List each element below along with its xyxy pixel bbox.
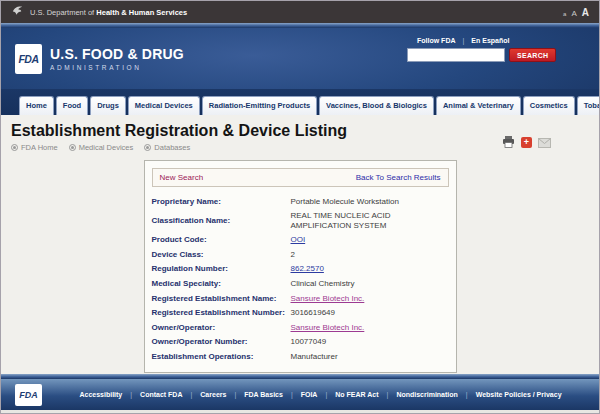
table-row-classification-name: Classification Name:REAL TIME NUCLEIC AC… xyxy=(152,209,451,233)
font-size-large-button[interactable]: A xyxy=(582,7,589,18)
header-search-button[interactable]: SEARCH xyxy=(509,48,556,62)
font-size-controls: a A A xyxy=(563,7,589,18)
footer-link-separator: | xyxy=(234,391,236,398)
breadcrumb-link-medical-devices[interactable]: Medical Devices xyxy=(69,143,134,152)
footer-link-separator: | xyxy=(466,391,468,398)
table-row-registered-establishment-name: Registered Establishment Name:Sansure Bi… xyxy=(152,291,451,306)
footer-link-careers[interactable]: Careers xyxy=(200,391,226,398)
table-row-medical-specialty: Medical Specialty:Clinical Chemistry xyxy=(152,277,451,292)
footer-link-no-fear-act[interactable]: No FEAR Act xyxy=(335,391,378,398)
device-detail-panel: New Search Back To Search Results Propri… xyxy=(144,160,457,373)
field-value: Sansure Biotech Inc. xyxy=(291,320,451,335)
footer-link-accessibility[interactable]: Accessibility xyxy=(79,391,122,398)
nav-tab-cosmetics[interactable]: Cosmetics xyxy=(523,96,575,115)
breadcrumb-bullet-icon xyxy=(11,144,18,151)
table-row-owner-operator-number: Owner/Operator Number:10077049 xyxy=(152,335,451,350)
breadcrumb-bullet-icon xyxy=(69,144,76,151)
hhs-department-label[interactable]: U.S. Department of Health & Human Servic… xyxy=(30,8,187,17)
back-to-results-link[interactable]: Back To Search Results xyxy=(356,173,441,182)
table-row-device-class: Device Class:2 xyxy=(152,247,451,262)
value-link-862-2570[interactable]: 862.2570 xyxy=(291,264,324,273)
new-search-link[interactable]: New Search xyxy=(160,173,204,182)
fda-wordmark: U.S. FOOD & DRUG ADMINISTRATION xyxy=(50,46,184,71)
device-detail-table: Proprietary Name:Portable Molecule Works… xyxy=(152,194,451,364)
footer-link-website-policies-privacy[interactable]: Website Policies / Privacy xyxy=(476,391,562,398)
footer-bar: FDA Accessibility|Contact FDA|Careers|FD… xyxy=(1,379,599,410)
footer-link-contact-fda[interactable]: Contact FDA xyxy=(140,391,182,398)
browser-page: U.S. Department of Health & Human Servic… xyxy=(0,0,600,414)
footer-link-separator: | xyxy=(387,391,389,398)
fda-header: FDA U.S. FOOD & DRUG ADMINISTRATION Foll… xyxy=(1,28,599,89)
value-link-sansure-biotech-inc[interactable]: Sansure Biotech Inc. xyxy=(291,294,365,303)
primary-nav: HomeFoodDrugsMedical DevicesRadiation-Em… xyxy=(1,89,599,115)
footer-link-foia[interactable]: FOIA xyxy=(301,391,318,398)
font-size-small-button[interactable]: a xyxy=(563,11,566,17)
results-toolbar: New Search Back To Search Results xyxy=(152,168,449,187)
fda-name-line1: U.S. FOOD & DRUG xyxy=(50,46,184,62)
header-utility-area: Follow FDA | En Español SEARCH xyxy=(407,37,559,62)
hhs-eagle-logo-icon xyxy=(11,3,24,21)
value-link-sansure-biotech-inc[interactable]: Sansure Biotech Inc. xyxy=(291,323,365,332)
table-row-registered-establishment-number: Registered Establishment Number:30166196… xyxy=(152,306,451,321)
field-value: 2 xyxy=(291,247,451,262)
footer-link-separator: | xyxy=(190,391,192,398)
field-label: Regulation Number: xyxy=(152,262,291,277)
field-label: Product Code: xyxy=(152,233,291,248)
field-value: 10077049 xyxy=(291,335,451,350)
print-icon[interactable] xyxy=(502,134,515,152)
breadcrumb-label: Medical Devices xyxy=(79,143,134,152)
field-label: Device Class: xyxy=(152,247,291,262)
table-row-owner-operator: Owner/Operator:Sansure Biotech Inc. xyxy=(152,320,451,335)
header-link-separator: | xyxy=(463,37,465,44)
breadcrumb-link-databases[interactable]: Databases xyxy=(144,143,190,152)
footer-link-separator: | xyxy=(325,391,327,398)
field-label: Registered Establishment Number: xyxy=(152,306,291,321)
email-icon[interactable] xyxy=(538,134,551,152)
breadcrumb-label: FDA Home xyxy=(21,143,58,152)
nav-tab-drugs[interactable]: Drugs xyxy=(90,96,126,115)
nav-tab-animal-veterinary[interactable]: Animal & Veterinary xyxy=(436,96,521,115)
header-search-input[interactable] xyxy=(407,48,505,62)
value-link-ooi[interactable]: OOI xyxy=(291,235,306,244)
field-value: Portable Molecule Workstation xyxy=(291,194,451,209)
footer-fda-logo[interactable]: FDA xyxy=(15,384,42,406)
nav-tab-tobacco-products[interactable]: Tobacco Products xyxy=(577,96,600,115)
field-value: 862.2570 xyxy=(291,262,451,277)
footer-link-nondiscrimination[interactable]: Nondiscrimination xyxy=(396,391,457,398)
share-icon[interactable]: + xyxy=(521,137,532,148)
footer-link-separator: | xyxy=(291,391,293,398)
table-row-product-code: Product Code:OOI xyxy=(152,233,451,248)
breadcrumb-label: Databases xyxy=(154,143,190,152)
nav-tab-radiation-emitting-products[interactable]: Radiation-Emitting Products xyxy=(202,96,317,115)
field-label: Classification Name: xyxy=(152,209,291,233)
field-label: Medical Specialty: xyxy=(152,277,291,292)
nav-tab-home[interactable]: Home xyxy=(19,96,54,115)
follow-fda-link[interactable]: Follow FDA xyxy=(417,37,456,44)
breadcrumb-link-fda-home[interactable]: FDA Home xyxy=(11,143,58,152)
footer-link-fda-basics[interactable]: FDA Basics xyxy=(244,391,283,398)
font-size-medium-button[interactable]: A xyxy=(571,9,576,18)
footer-links: Accessibility|Contact FDA|Careers|FDA Ba… xyxy=(42,391,599,398)
table-row-regulation-number: Regulation Number:862.2570 xyxy=(152,262,451,277)
table-row-proprietary-name: Proprietary Name:Portable Molecule Works… xyxy=(152,194,451,209)
field-label: Owner/Operator: xyxy=(152,320,291,335)
field-label: Proprietary Name: xyxy=(152,194,291,209)
fda-logo[interactable]: FDA xyxy=(15,44,42,74)
field-value: Manufacturer xyxy=(291,350,451,365)
en-espanol-link[interactable]: En Español xyxy=(471,37,509,44)
nav-tab-vaccines-blood-biologics[interactable]: Vaccines, Blood & Biologics xyxy=(319,96,434,115)
nav-tab-food[interactable]: Food xyxy=(56,96,88,115)
field-label: Registered Establishment Name: xyxy=(152,291,291,306)
field-label: Establishment Operations: xyxy=(152,350,291,365)
breadcrumb-bullet-icon xyxy=(144,144,151,151)
page-bottom-edge xyxy=(1,410,599,413)
table-row-establishment-operations: Establishment Operations:Manufacturer xyxy=(152,350,451,365)
field-value: Clinical Chemistry xyxy=(291,277,451,292)
field-value: 3016619649 xyxy=(291,306,451,321)
field-value: Sansure Biotech Inc. xyxy=(291,291,451,306)
footer-link-separator: | xyxy=(130,391,132,398)
field-value: OOI xyxy=(291,233,451,248)
main-content: Establishment Registration & Device List… xyxy=(1,115,599,374)
field-value: REAL TIME NUCLEIC ACID AMPLIFICATION SYS… xyxy=(291,209,451,233)
nav-tab-medical-devices[interactable]: Medical Devices xyxy=(128,96,200,115)
